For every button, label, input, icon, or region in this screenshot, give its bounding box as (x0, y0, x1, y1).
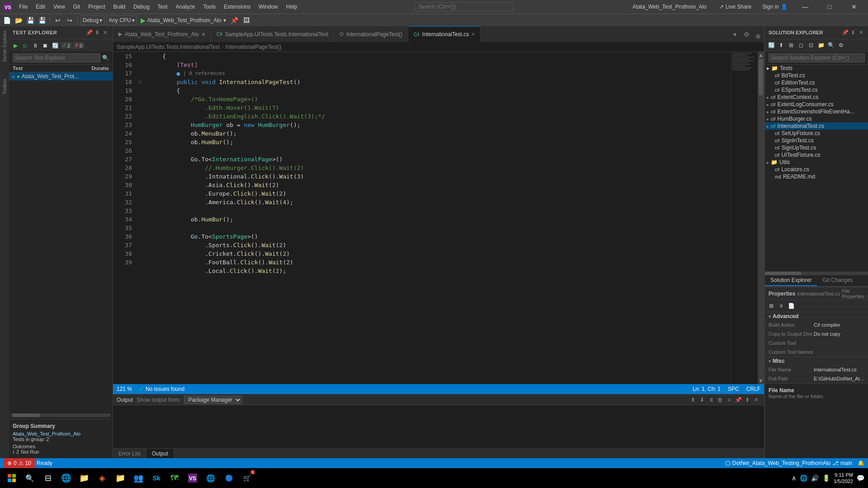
props-page-btn[interactable]: 📄 (787, 301, 796, 310)
scroll-track[interactable] (758, 96, 764, 378)
collapse-15[interactable] (136, 52, 145, 61)
tray-battery[interactable]: 🔋 (822, 474, 830, 482)
se-scrollbar-thumb[interactable] (765, 272, 801, 275)
zoom-level[interactable]: 121 % (117, 386, 132, 392)
se-node-extentscreenshot[interactable]: ▸ c# ExtentScreenshotFileEventHa... (765, 108, 868, 115)
output-panel-close-btn[interactable]: ✕ (752, 396, 760, 404)
tab-more-button[interactable]: ▾ (729, 26, 741, 42)
debug-tests-btn[interactable]: ⏸ (31, 41, 40, 50)
bottom-tab-output[interactable]: Output (146, 449, 174, 458)
props-sort-btn[interactable]: ⊞ (767, 301, 776, 310)
se-node-tests-folder[interactable]: ▸ 📁 Tests (765, 65, 868, 72)
taskbar-maps[interactable]: 🗺 (166, 470, 183, 486)
tab-project-close[interactable]: × (202, 31, 205, 38)
breadcrumb-class[interactable]: SampleApp.UITests.Tests.InternationalTes… (117, 44, 220, 50)
taskbar-app3[interactable]: ◈ (94, 470, 110, 486)
se-tab-git-changes[interactable]: Git Changes (817, 275, 858, 286)
tab-method[interactable]: ⬡ InternationalPageTest() (334, 26, 408, 42)
se-node-bdtest[interactable]: c# BdTest.cs (765, 72, 868, 79)
live-share-button[interactable]: ↗ Live Share (716, 3, 755, 11)
editor-vertical-scrollbar[interactable]: ▲ ▼ (758, 52, 764, 384)
breadcrumb-method[interactable]: InternationalPageTest() (225, 44, 281, 50)
taskbar-skype[interactable]: Sk (148, 470, 165, 486)
menu-git[interactable]: Git (70, 2, 84, 12)
taskbar-vs[interactable]: VS (184, 470, 201, 486)
test-search-input[interactable] (13, 53, 100, 62)
search-icon[interactable]: 🔍 (102, 55, 109, 61)
se-node-editiontest[interactable]: c# EditionTest.cs (765, 79, 868, 86)
sign-in-button[interactable]: Sign in 👤 (759, 3, 791, 11)
tab-project[interactable]: ▶ Atata_Web_Test_Prothom_Alo × (113, 26, 211, 42)
branch-name[interactable]: main (840, 460, 852, 466)
platform-dropdown[interactable]: Any CPU ▾ (106, 15, 137, 25)
scroll-down-btn[interactable]: ▼ (758, 378, 764, 384)
se-node-internationaltest[interactable]: ▸ c# InternationalTest.cs (765, 122, 868, 130)
se-btn-3[interactable]: ⊞ (787, 41, 796, 50)
output-btn-1[interactable]: ⬆ (689, 396, 697, 404)
debug-dropdown[interactable]: Debug ▾ (80, 15, 104, 25)
cancel-tests-btn[interactable]: ⏹ (41, 41, 50, 50)
se-node-humburger[interactable]: ▸ c# HumBurger.cs (765, 115, 868, 122)
minimize-button[interactable]: — (795, 0, 816, 14)
output-btn-3[interactable]: ⏸ (707, 396, 715, 404)
open-btn[interactable]: 📂 (14, 15, 24, 25)
maximize-button[interactable]: □ (819, 0, 840, 14)
run-all-tests-btn[interactable]: ▶ (11, 41, 20, 50)
se-node-setupfixture[interactable]: c# SetUpFixture.cs (765, 130, 868, 137)
code-editor[interactable]: 15 16 17 18 19 20 21 22 23 24 25 26 27 2… (113, 52, 764, 384)
props-advanced-title[interactable]: ▾ Advanced (765, 312, 868, 320)
menu-project[interactable]: Project (85, 2, 108, 12)
test-horizontal-scrollbar[interactable] (11, 413, 111, 417)
taskbar-task-view[interactable]: ⊟ (40, 470, 56, 486)
menu-view[interactable]: View (50, 2, 69, 12)
se-node-utils-folder[interactable]: ▸ 📁 Utils (765, 159, 868, 166)
se-node-locators[interactable]: c# Locators.cs (765, 166, 868, 173)
tray-chevron[interactable]: ∧ (792, 474, 796, 482)
se-search-input[interactable] (769, 53, 865, 62)
tray-volume[interactable]: 🔊 (811, 474, 819, 482)
props-group-btn[interactable]: ≡ (777, 301, 786, 310)
output-btn-4[interactable]: 🗑 (716, 396, 724, 404)
server-explorer-icon[interactable]: Server Explorer (0, 28, 9, 64)
taskbar-search-btn[interactable]: 🔍 (22, 470, 38, 486)
se-btn-7[interactable]: 🔍 (826, 41, 835, 50)
se-node-uitestfixture[interactable]: c# UITestFixture.cs (765, 151, 868, 159)
start-button[interactable] (4, 470, 20, 486)
output-source-dropdown[interactable]: Package Manager (184, 396, 242, 404)
se-node-extentlogconsumer[interactable]: ▸ c# ExtentLogConsumer.cs (765, 101, 868, 108)
bottom-tab-error-list[interactable]: Error List (113, 449, 146, 458)
close-button[interactable]: ✕ (844, 0, 864, 14)
run-button[interactable]: ▶ Atata_Web_Test_Prothom_Alo ▾ (139, 15, 228, 25)
output-btn-5[interactable]: ≡ (725, 396, 733, 404)
se-arrow-btn[interactable]: ⬇ (849, 29, 857, 36)
menu-build[interactable]: Build (110, 2, 129, 12)
menu-debug[interactable]: Debug (130, 2, 153, 12)
notification-icon[interactable]: 🔔 (858, 460, 864, 466)
code-content[interactable]: { [Test] ● | 0 references public void In… (145, 52, 731, 384)
test-explorer-arrow-btn[interactable]: ⬇ (94, 29, 101, 36)
new-project-btn[interactable]: 📄 (2, 15, 12, 25)
title-search-input[interactable] (414, 2, 514, 11)
taskbar-photos[interactable]: 📁 (112, 470, 128, 486)
output-panel-expand-btn[interactable]: ⬆ (743, 396, 751, 404)
test-tree-item[interactable]: ▸ ● Atata_Web_Test_Prot... (9, 72, 113, 80)
taskbar-app-blue[interactable]: 🔵 (221, 470, 237, 486)
toolbox-icon[interactable]: Toolbox (0, 73, 9, 100)
output-btn-2[interactable]: ⬇ (698, 396, 706, 404)
taskbar-chrome[interactable]: 🌐 (203, 470, 219, 486)
refresh-tests-btn[interactable]: 🔄 (51, 41, 60, 50)
se-btn-5[interactable]: ⊡ (807, 41, 816, 50)
se-node-signintest[interactable]: c# SignInTest.cs (765, 137, 868, 144)
output-panel-pin-btn[interactable]: 📌 (734, 396, 742, 404)
status-error-area[interactable]: ⊗ 0 ⚠ 10 (4, 458, 35, 468)
menu-analyze[interactable]: Analyze (172, 2, 199, 12)
se-btn-1[interactable]: 🔄 (767, 41, 776, 50)
se-pin-btn[interactable]: 📌 (841, 29, 849, 36)
screenshot-btn[interactable]: 🖼 (241, 15, 251, 25)
se-tab-solution-explorer[interactable]: Solution Explorer (765, 275, 817, 286)
props-pin-btn[interactable]: 📌 (866, 290, 868, 297)
tab-cs-file[interactable]: C# InternationalTest.cs × (408, 26, 481, 42)
ready-status[interactable]: Ready (37, 460, 52, 466)
scrollbar-thumb[interactable] (13, 413, 40, 417)
se-node-extentcontext[interactable]: ▸ c# ExtentContext.cs (765, 94, 868, 101)
